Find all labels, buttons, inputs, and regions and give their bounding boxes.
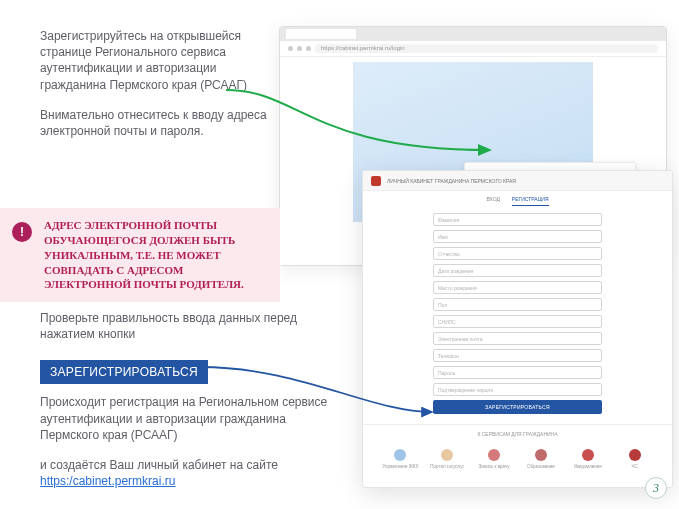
- service-item[interactable]: ЧС: [614, 449, 656, 469]
- browser-tab: [286, 29, 356, 39]
- nav-reload-icon: [306, 46, 311, 51]
- service-icon: [394, 449, 406, 461]
- field-gender[interactable]: Пол: [433, 298, 602, 311]
- field-lastname[interactable]: Фамилия: [433, 213, 602, 226]
- page-number-badge: 3: [645, 477, 667, 499]
- intro-paragraph-1: Зарегистрируйтесь на открывшейся страниц…: [40, 28, 270, 93]
- services-row: Управление ЖКХ Портал госуслуг Запись к …: [363, 443, 672, 479]
- service-icon: [629, 449, 641, 461]
- result-prefix: и создаётся Ваш личный кабинет на сайте: [40, 458, 278, 472]
- service-label: ЧС: [631, 464, 637, 469]
- nav-forward-icon: [297, 46, 302, 51]
- form-tabs: ВХОД РЕГИСТРАЦИЯ: [363, 191, 672, 207]
- form-header: ЛИЧНЫЙ КАБИНЕТ ГРАЖДАНИНА ПЕРМСКОГО КРАЯ: [363, 171, 672, 191]
- service-icon: [535, 449, 547, 461]
- field-birthplace[interactable]: Место рождения: [433, 281, 602, 294]
- tab-login[interactable]: ВХОД: [486, 193, 499, 205]
- service-label: Уведомления: [574, 464, 602, 469]
- field-phone[interactable]: Телефон: [433, 349, 602, 362]
- service-item[interactable]: Запись к врачу: [473, 449, 515, 469]
- field-email[interactable]: Электронная почта: [433, 332, 602, 345]
- result-paragraph-1: Происходит регистрация на Региональном с…: [40, 394, 340, 443]
- field-patronymic[interactable]: Отчество: [433, 247, 602, 260]
- intro-paragraph-2: Внимательно отнеситесь к вводу адреса эл…: [40, 107, 270, 139]
- service-label: Управление ЖКХ: [382, 464, 418, 469]
- result-paragraph-2: и создаётся Ваш личный кабинет на сайте …: [40, 457, 340, 489]
- field-birthdate[interactable]: Дата рождения: [433, 264, 602, 277]
- service-label: Образование: [527, 464, 555, 469]
- warning-banner: ! АДРЕС ЭЛЕКТРОННОЙ ПОЧТЫ ОБУЧАЮЩЕГОСЯ Д…: [0, 208, 280, 302]
- browser-mock-form: ЛИЧНЫЙ КАБИНЕТ ГРАЖДАНИНА ПЕРМСКОГО КРАЯ…: [362, 170, 673, 488]
- service-icon: [488, 449, 500, 461]
- services-section-title: К СЕРВИСАМ ДЛЯ ГРАЖДАНИНА: [363, 424, 672, 443]
- service-item[interactable]: Управление ЖКХ: [379, 449, 421, 469]
- exclamation-icon: !: [12, 222, 32, 242]
- service-item[interactable]: Образование: [520, 449, 562, 469]
- service-label: Запись к врачу: [478, 464, 509, 469]
- crest-icon: [371, 176, 381, 186]
- tab-register[interactable]: РЕГИСТРАЦИЯ: [512, 193, 549, 206]
- cabinet-link[interactable]: https:/cabinet.permkrai.ru: [40, 474, 175, 488]
- service-icon: [441, 449, 453, 461]
- address-bar: https://cabinet.permkrai.ru/login: [315, 44, 658, 53]
- browser-tabstrip: [280, 27, 666, 41]
- service-label: Портал госуслуг: [430, 464, 464, 469]
- field-snils[interactable]: СНИЛС: [433, 315, 602, 328]
- registration-form: Фамилия Имя Отчество Дата рождения Место…: [363, 207, 672, 414]
- service-icon: [582, 449, 594, 461]
- browser-toolbar: https://cabinet.permkrai.ru/login: [280, 41, 666, 57]
- service-item[interactable]: Уведомления: [567, 449, 609, 469]
- form-header-title: ЛИЧНЫЙ КАБИНЕТ ГРАЖДАНИНА ПЕРМСКОГО КРАЯ: [387, 178, 516, 184]
- service-item[interactable]: Портал госуслуг: [426, 449, 468, 469]
- warning-text: АДРЕС ЭЛЕКТРОННОЙ ПОЧТЫ ОБУЧАЮЩЕГОСЯ ДОЛ…: [44, 218, 268, 292]
- nav-back-icon: [288, 46, 293, 51]
- check-instruction: Проверьте правильность ввода данных пере…: [40, 310, 340, 342]
- register-button-sample: ЗАРЕГИСТРИРОВАТЬСЯ: [40, 360, 208, 384]
- field-password[interactable]: Пароль: [433, 366, 602, 379]
- form-submit-button[interactable]: ЗАРЕГИСТРИРОВАТЬСЯ: [433, 400, 602, 414]
- field-password-confirm[interactable]: Подтверждение пароля: [433, 383, 602, 396]
- field-firstname[interactable]: Имя: [433, 230, 602, 243]
